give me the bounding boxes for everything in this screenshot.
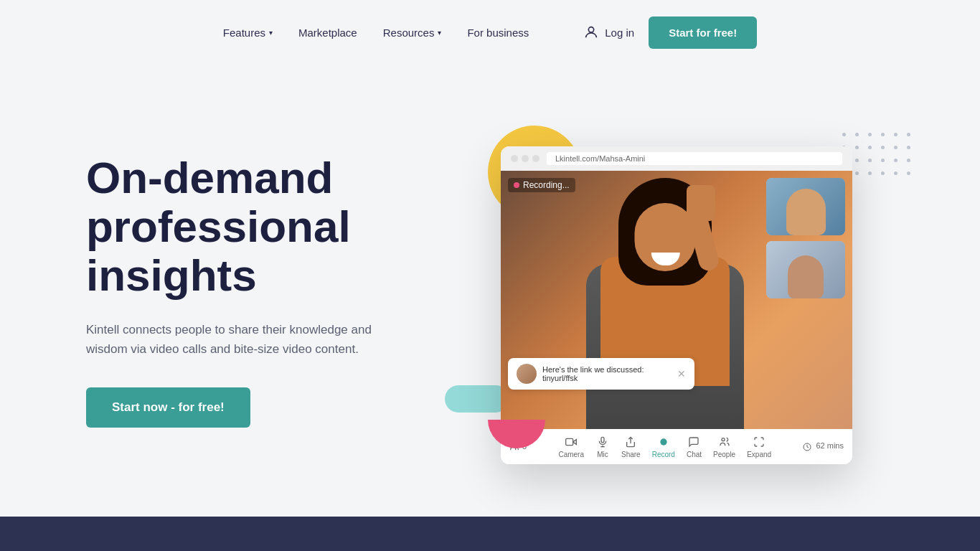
chat-close-icon[interactable]: ✕: [677, 368, 686, 380]
browser-bar: Lkintell.com/Mahsa-Amini: [501, 146, 852, 171]
thumbnail-video-1: [766, 178, 845, 235]
dot: [881, 133, 885, 136]
dot: [868, 159, 872, 162]
people-control[interactable]: People: [713, 435, 735, 458]
chat-avatar: [517, 364, 537, 384]
start-free-button[interactable]: Start for free!: [649, 17, 757, 49]
nav-marketplace[interactable]: Marketplace: [298, 27, 357, 39]
svg-rect-2: [566, 438, 573, 445]
hero-visual-area: Lkintell.com/Mahsa-Amini: [445, 111, 908, 470]
hero-subtitle: Kintell connects people to share their k…: [86, 320, 373, 359]
dot: [855, 133, 859, 136]
dot: [907, 146, 910, 149]
svg-rect-3: [601, 437, 604, 442]
dot: [907, 159, 910, 162]
dot: [855, 159, 859, 162]
call-duration: 62 mins: [803, 441, 844, 451]
video-control-bar: 3 Camera Mic: [501, 429, 852, 464]
dot: [907, 171, 910, 175]
teal-blob-decoration: [445, 385, 509, 413]
dot: [868, 133, 872, 136]
dot: [894, 133, 897, 136]
nav-resources[interactable]: Resources ▾: [383, 27, 442, 39]
speaker-hand: [687, 185, 715, 221]
share-control[interactable]: Share: [621, 435, 641, 458]
video-call-mockup: Lkintell.com/Mahsa-Amini: [501, 146, 852, 464]
mic-icon: [595, 435, 610, 449]
dot: [868, 146, 872, 149]
browser-dot-green: [532, 155, 540, 162]
browser-url-bar[interactable]: Lkintell.com/Mahsa-Amini: [547, 152, 842, 165]
main-speaker-visual: [550, 185, 780, 429]
dot: [868, 171, 872, 175]
video-main-area: Recording...: [501, 171, 852, 429]
clock-icon: [803, 443, 811, 451]
login-button[interactable]: Log in: [583, 24, 634, 40]
hero-cta-button[interactable]: Start now - for free!: [86, 387, 250, 428]
share-icon: [623, 435, 638, 449]
camera-control[interactable]: Camera: [558, 435, 584, 458]
dot: [894, 159, 897, 162]
chat-bubble: Here's the link we discussed: tinyurl/ff…: [508, 358, 694, 390]
dot: [881, 171, 885, 175]
hero-title: On-demand professional insights: [86, 154, 445, 301]
recording-dot-icon: [514, 182, 519, 188]
thumbnail-video-2: [766, 241, 845, 298]
navbar: Features ▾ Marketplace Resources ▾ For b…: [0, 0, 980, 65]
dot: [894, 146, 897, 149]
record-icon: [656, 435, 671, 449]
thumbnail-videos: [766, 178, 845, 298]
features-chevron-icon: ▾: [269, 29, 273, 37]
svg-point-0: [589, 27, 594, 32]
expand-icon: [752, 435, 766, 449]
browser-traffic-lights: [511, 155, 540, 162]
dot: [855, 146, 859, 149]
chat-icon: [687, 435, 701, 449]
nav-for-business[interactable]: For business: [467, 27, 529, 39]
mic-control[interactable]: Mic: [595, 435, 610, 458]
svg-point-7: [660, 438, 666, 445]
dot: [907, 133, 910, 136]
svg-point-8: [722, 438, 725, 441]
dot: [855, 171, 859, 175]
footer-bar: [0, 517, 980, 551]
browser-dot-yellow: [522, 155, 529, 162]
dot: [881, 159, 885, 162]
record-control[interactable]: Record: [652, 435, 675, 458]
hero-text-area: On-demand professional insights Kintell …: [86, 154, 445, 428]
video-toolbar-icons: Camera Mic Share: [558, 435, 771, 458]
nav-features[interactable]: Features ▾: [223, 27, 273, 39]
hero-section: On-demand professional insights Kintell …: [0, 65, 980, 517]
dot: [842, 133, 846, 136]
dot: [881, 146, 885, 149]
dot: [894, 171, 897, 175]
user-icon: [583, 24, 599, 40]
recording-badge: Recording...: [508, 178, 575, 192]
people-toolbar-icon: [717, 435, 732, 449]
dots-pattern-decoration: [842, 133, 915, 180]
resources-chevron-icon: ▾: [438, 29, 441, 37]
browser-dot-red: [511, 155, 518, 162]
expand-control[interactable]: Expand: [747, 435, 771, 458]
camera-icon: [564, 435, 578, 449]
chat-control[interactable]: Chat: [687, 435, 702, 458]
